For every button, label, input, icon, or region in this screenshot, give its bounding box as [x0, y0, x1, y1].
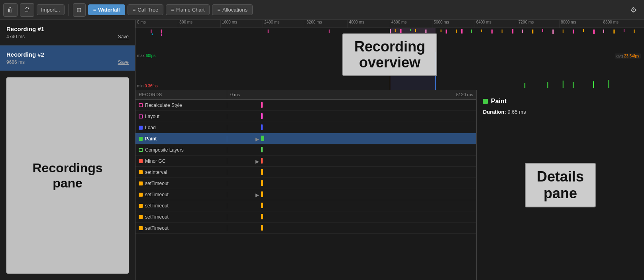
record-bar [261, 180, 263, 186]
record-expand-arrow[interactable]: ▶ [255, 192, 259, 198]
records-rows-container: Recalculate StyleLayoutLoadPaint▶Composi… [135, 100, 476, 234]
filter-button[interactable]: ⊞ [73, 3, 86, 17]
tab-waterfall[interactable]: ≡ Waterfall [88, 4, 125, 15]
table-row[interactable]: setTimeout [135, 223, 476, 234]
record-name-text: setInterval [145, 170, 167, 175]
table-row[interactable]: Load [135, 122, 476, 133]
fps-max-value: 60fps [146, 53, 155, 58]
svg-rect-20 [502, 30, 503, 33]
record-name-cell: Recalculate Style [135, 103, 227, 108]
svg-rect-3 [161, 34, 162, 36]
details-title: Paint [491, 98, 507, 105]
bottom-section: RECORDS 0 ms 5120 ms Recalculate StyleLa… [135, 90, 644, 280]
table-row[interactable]: setTimeout▶ [135, 189, 476, 200]
recording-2-save[interactable]: Save [118, 59, 129, 65]
record-name-cell: Composite Layers [135, 147, 227, 153]
table-row[interactable]: Recalculate Style [135, 100, 476, 111]
import-button[interactable]: Import... [37, 4, 65, 15]
svg-rect-14 [446, 30, 447, 34]
gear-icon: ⚙ [630, 6, 637, 14]
record-color-box [139, 126, 143, 130]
record-name-text: setTimeout [145, 203, 169, 209]
recording-1-title: Recording #1 [6, 26, 129, 32]
svg-rect-28 [583, 29, 584, 32]
svg-rect-36 [548, 82, 548, 88]
record-name-cell: Paint [135, 136, 227, 142]
table-row[interactable]: Layout [135, 111, 476, 122]
table-row[interactable]: setTimeout [135, 200, 476, 211]
table-row[interactable]: setInterval [135, 167, 476, 178]
record-bar [261, 203, 263, 208]
record-name-text: setTimeout [145, 225, 169, 231]
recording-item-1[interactable]: Recording #1 4740 ms Save [0, 20, 135, 45]
timeline-ruler: 0 ms 800 ms 1600 ms 2400 ms 3200 ms 4000… [135, 20, 644, 28]
record-name-text: Minor GC [145, 158, 165, 164]
details-duration: Duration: 9.65 ms [483, 109, 638, 115]
record-name-cell: setTimeout [135, 203, 227, 209]
record-expand-arrow[interactable]: ▶ [255, 136, 259, 142]
record-bar [261, 169, 263, 175]
table-row[interactable]: Paint▶ [135, 133, 476, 144]
record-color-box [139, 170, 143, 174]
svg-rect-18 [481, 30, 482, 32]
svg-rect-16 [461, 29, 463, 34]
tab-call-tree[interactable]: ≡ Call Tree [128, 4, 164, 15]
record-bar [261, 147, 263, 152]
record-bar [261, 113, 263, 119]
ruler-tick-4000ms: 4000 ms [348, 20, 390, 28]
svg-rect-29 [593, 30, 595, 34]
details-duration-label: Duration: [483, 109, 506, 115]
svg-rect-25 [552, 30, 554, 34]
details-pane: Paint Duration: 9.65 ms Detailspane [477, 90, 644, 280]
recordings-pane-text: Recordingspane [32, 160, 102, 191]
ruler-tick-8800ms: 8800 ms [602, 20, 644, 28]
details-pane-label-overlay: Detailspane [525, 163, 596, 207]
ruler-tick-0ms: 0 ms [135, 20, 178, 28]
svg-rect-9 [400, 29, 402, 33]
flame-chart-tab-icon: ≡ [171, 7, 174, 13]
recording-overview: 0 ms 800 ms 1600 ms 2400 ms 3200 ms 4000… [135, 20, 644, 90]
ruler-tick-8000ms: 8000 ms [559, 20, 601, 28]
settings-button[interactable]: ⚙ [626, 3, 641, 17]
record-timeline-cell [227, 111, 476, 122]
ruler-tick-4800ms: 4800 ms [390, 20, 432, 28]
record-expand-arrow[interactable]: ▶ [255, 159, 259, 164]
svg-rect-37 [563, 81, 564, 88]
recording-item-2[interactable]: Recording #2 9686 ms Save [0, 45, 135, 71]
record-color-box [139, 193, 143, 197]
tab-allocations[interactable]: ≡ Allocations [212, 4, 252, 15]
record-name-text: setTimeout [145, 181, 169, 186]
recording-1-meta: 4740 ms Save [6, 34, 129, 39]
svg-rect-23 [532, 30, 533, 34]
svg-rect-11 [415, 29, 416, 32]
record-name-cell: Minor GC [135, 158, 227, 164]
records-table[interactable]: RECORDS 0 ms 5120 ms Recalculate StyleLa… [135, 90, 477, 280]
svg-rect-30 [603, 30, 604, 33]
details-duration-value: 9.65 ms [507, 109, 526, 115]
table-row[interactable]: setTimeout [135, 178, 476, 189]
tab-flame-chart[interactable]: ≡ Flame Chart [166, 4, 210, 15]
record-timeline-cell [227, 100, 476, 110]
record-color-box [139, 103, 143, 107]
svg-rect-15 [456, 30, 457, 33]
fps-max-label: max 60fps [137, 53, 155, 58]
separator [69, 4, 69, 16]
table-row[interactable]: Composite Layers [135, 144, 476, 156]
record-color-box [139, 159, 143, 163]
fps-graph-svg [135, 52, 644, 90]
fps-section: max 60fps min 0.36fps avg 23.54fps [135, 52, 644, 90]
delete-button[interactable]: 🗑 [3, 3, 18, 17]
details-header: Paint [483, 98, 638, 105]
table-row[interactable]: Minor GC▶ [135, 156, 476, 167]
svg-rect-13 [441, 30, 442, 32]
record-button[interactable]: ⏱ [20, 3, 34, 17]
recording-1-save[interactable]: Save [118, 34, 129, 39]
svg-rect-2 [161, 30, 162, 34]
svg-rect-17 [471, 30, 472, 33]
table-row[interactable]: setTimeout [135, 211, 476, 223]
fps-avg-value: 23.54fps [624, 54, 639, 58]
svg-rect-10 [410, 29, 411, 31]
recordings-pane-label: Recordingspane [6, 77, 129, 274]
recording-1-duration: 4740 ms [6, 34, 25, 39]
fps-min-label: min 0.36fps [137, 84, 158, 88]
